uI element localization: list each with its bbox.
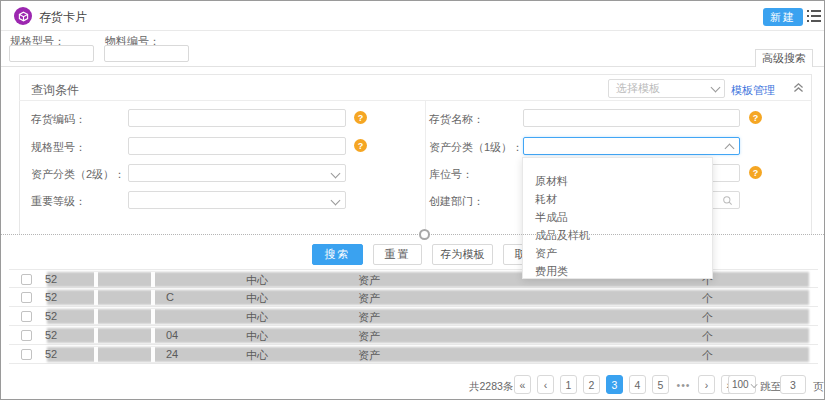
row-checkbox[interactable] <box>21 349 32 360</box>
help-icon[interactable]: ? <box>354 111 367 124</box>
reset-button[interactable]: 重置 <box>373 244 422 265</box>
row-center: 中心 <box>246 329 268 344</box>
material-code-input[interactable] <box>104 45 189 62</box>
tab-advanced-search[interactable]: 高级搜索 <box>755 49 813 67</box>
asset-class-1-select[interactable] <box>523 137 740 155</box>
row-code: 52 <box>45 310 57 322</box>
divider <box>425 101 426 235</box>
template-select[interactable]: 选择模板 <box>608 79 725 98</box>
collapse-panel-icon[interactable] <box>792 81 805 94</box>
asset-class-2-label: 资产分类（2级）： <box>31 167 125 182</box>
page-next-button[interactable]: › <box>698 375 715 394</box>
row-unit: 个 <box>702 329 713 344</box>
template-select-placeholder: 选择模板 <box>616 81 660 96</box>
row-checkbox[interactable] <box>21 311 32 322</box>
row-center: 中心 <box>246 291 268 306</box>
row-code: 52 <box>45 291 57 303</box>
pagination-total: 共2283条 <box>469 380 513 394</box>
row-category: 资产 <box>358 348 380 363</box>
asset-class-1-label: 资产分类（1级）： <box>429 140 523 155</box>
row-unit: 个 <box>702 291 713 306</box>
query-panel-title: 查询条件 <box>31 82 79 99</box>
inventory-code-input[interactable] <box>128 109 346 127</box>
row-center: 中心 <box>246 348 268 363</box>
row-code: 52 <box>45 348 57 360</box>
table-row[interactable]: 52 中心 资产 个 <box>9 307 818 326</box>
row-center: 中心 <box>246 310 268 325</box>
list-view-icon[interactable] <box>807 10 821 22</box>
inventory-name-input[interactable] <box>523 109 740 127</box>
chevron-down-icon <box>332 170 339 177</box>
template-manage-link[interactable]: 模板管理 <box>731 83 775 98</box>
row-category: 资产 <box>358 310 380 325</box>
search-icon <box>722 195 733 206</box>
help-icon[interactable]: ? <box>749 111 762 124</box>
page-header: 存货卡片 新建 <box>1 1 824 31</box>
row-checkbox[interactable] <box>21 274 32 285</box>
bin-number-label: 库位号： <box>429 167 473 182</box>
jump-to-label: 跳至 <box>760 380 781 394</box>
chevron-down-icon <box>751 382 754 387</box>
search-button[interactable]: 搜索 <box>312 244 363 265</box>
chevron-up-icon <box>726 142 733 149</box>
dropdown-option[interactable]: 耗材 <box>523 190 712 208</box>
row-category: 资产 <box>358 291 380 306</box>
inventory-name-label: 存货名称： <box>429 112 484 127</box>
dropdown-option[interactable]: 费用类 <box>523 262 712 280</box>
chevron-down-icon <box>712 84 719 91</box>
asset-class-1-dropdown: 原材料 耗材 半成品 成品及样机 资产 费用类 <box>522 157 713 279</box>
row-checkbox[interactable] <box>21 330 32 341</box>
row-code: 52 <box>45 329 57 341</box>
row-fragment: C <box>166 291 174 303</box>
asset-class-2-select[interactable] <box>128 164 346 182</box>
create-dept-label: 创建部门： <box>429 194 484 209</box>
table-row[interactable]: 52 04 中心 资产 个 <box>9 326 818 345</box>
importance-level-label: 重要等级： <box>31 194 86 209</box>
dropdown-option[interactable]: 原材料 <box>523 172 712 190</box>
row-category: 资产 <box>358 273 380 288</box>
divider <box>1 66 824 67</box>
new-button[interactable]: 新建 <box>763 8 803 26</box>
page-number-button[interactable]: 2 <box>583 375 600 394</box>
resize-handle-icon[interactable] <box>419 229 430 240</box>
inventory-code-label: 存货编码： <box>31 112 86 127</box>
spec-model-query-label: 规格型号： <box>31 140 86 155</box>
spec-model-input[interactable] <box>9 45 94 62</box>
table-row[interactable]: 52 24 中心 资产 个 <box>9 345 818 364</box>
row-category: 资产 <box>358 329 380 344</box>
row-fragment: 04 <box>166 329 178 341</box>
help-icon[interactable]: ? <box>354 139 367 152</box>
page-size-value: 100 <box>732 379 749 390</box>
page-size-select[interactable]: 100 <box>728 375 756 394</box>
row-fragment: 24 <box>166 348 178 360</box>
importance-level-select[interactable] <box>128 191 346 209</box>
page-number-button[interactable]: 4 <box>629 375 646 394</box>
inventory-card-page: 存货卡片 新建 规格型号： 物料编号： 高级搜索 查询条件 选择模板 模板管理 … <box>0 0 825 400</box>
table-row[interactable]: 52 C 中心 资产 个 <box>9 288 818 307</box>
page-title: 存货卡片 <box>39 9 87 26</box>
save-template-button[interactable]: 存为模板 <box>432 244 493 265</box>
page-number-button[interactable]: 5 <box>652 375 669 394</box>
cube-icon <box>14 7 32 25</box>
dropdown-option[interactable]: 资产 <box>523 244 712 262</box>
row-checkbox[interactable] <box>21 292 32 303</box>
divider <box>19 100 812 101</box>
chevron-down-icon <box>332 197 339 204</box>
resize-divider <box>1 234 824 235</box>
help-icon[interactable]: ? <box>749 166 762 179</box>
page-number-button[interactable]: 1 <box>560 375 577 394</box>
row-center: 中心 <box>246 273 268 288</box>
row-unit: 个 <box>702 310 713 325</box>
dropdown-option[interactable]: 半成品 <box>523 208 712 226</box>
dropdown-option[interactable]: 成品及样机 <box>523 226 712 244</box>
row-code: 52 <box>45 273 57 285</box>
jump-page-input[interactable] <box>780 375 806 394</box>
page-number-button-active[interactable]: 3 <box>606 375 623 394</box>
page-prev-button[interactable]: ‹ <box>537 375 554 394</box>
row-unit: 个 <box>702 348 713 363</box>
page-ellipsis[interactable]: ••• <box>675 375 692 394</box>
page-unit-label: 页 <box>813 380 824 394</box>
spec-model-query-input[interactable] <box>128 137 346 155</box>
page-first-button[interactable]: « <box>514 375 531 394</box>
